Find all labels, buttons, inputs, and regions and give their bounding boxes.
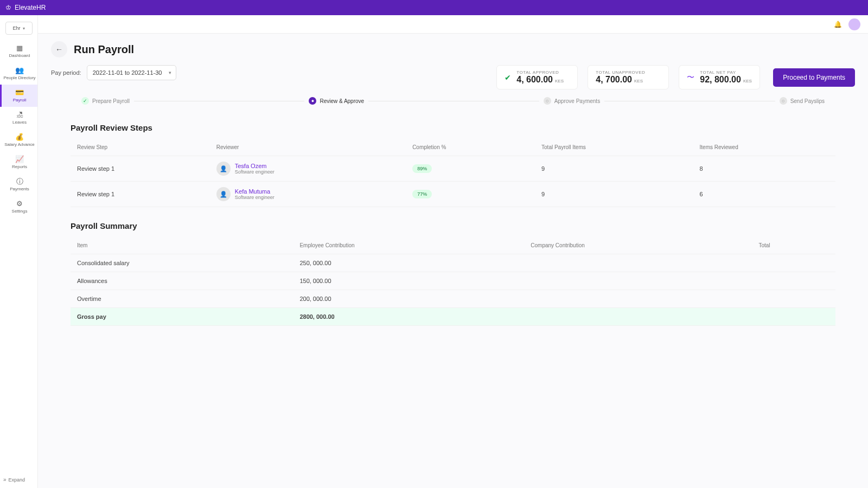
summary-comp-cell xyxy=(524,272,752,290)
summary-item-cell: Overtime xyxy=(71,290,293,308)
org-switcher[interactable]: Ehr ▾ xyxy=(5,22,33,35)
summary-th: Company Contribution xyxy=(524,237,752,254)
titlebar: ♔ ElevateHR xyxy=(0,0,868,15)
sidebar-expand-label: Expand xyxy=(9,477,25,483)
nav-icon: 📈 xyxy=(15,156,24,163)
step-line xyxy=(368,101,539,101)
summary-item-cell: Gross pay xyxy=(71,308,293,326)
table-row: Allowances150, 000.00 xyxy=(71,272,835,290)
summary-total-cell xyxy=(752,272,835,290)
step-bullet-icon: ○ xyxy=(780,97,787,105)
review-th: Total Payroll Items xyxy=(535,139,693,156)
items-reviewed-cell: 6 xyxy=(693,182,835,207)
step-review-approve[interactable]: ●Review & Approve xyxy=(309,97,364,105)
kpi-icon: ✔ xyxy=(505,73,511,82)
chevron-down-icon: ▾ xyxy=(23,26,25,31)
summary-comp-cell xyxy=(524,254,752,272)
nav-label: Payroll xyxy=(13,98,26,102)
sidebar-item-leaves[interactable]: 🏖Leaves xyxy=(0,107,37,129)
review-th: Items Reviewed xyxy=(693,139,835,156)
table-row: Gross pay2800, 000.00 xyxy=(71,308,835,326)
sidebar-item-reports[interactable]: 📈Reports xyxy=(0,151,37,174)
sidebar-item-payments[interactable]: ⓘPayments xyxy=(0,174,37,196)
step-bullet-icon: ✓ xyxy=(81,97,89,105)
table-row[interactable]: Review step 1👤Tesfa OzemSoftware enginee… xyxy=(71,156,835,182)
summary-table: ItemEmployee ContributionCompany Contrib… xyxy=(71,237,835,326)
pay-period-label: Pay period: xyxy=(51,69,81,76)
kpi-label: TOTAL UNAPPROVED xyxy=(596,70,645,75)
kpi-cards: ✔TOTAL APPROVED4, 600.00 KESTOTAL UNAPPR… xyxy=(496,65,760,89)
nav-icon: 👥 xyxy=(15,67,24,74)
reviewer-role: Software engineer xyxy=(235,169,275,175)
step-label: Prepare Payroll xyxy=(92,98,130,104)
step-label: Approve Payments xyxy=(554,98,601,104)
app-name: ElevateHR xyxy=(15,4,46,11)
table-row[interactable]: Review step 1👤Kefa MutumaSoftware engine… xyxy=(71,182,835,207)
summary-emp-cell: 250, 000.00 xyxy=(293,254,524,272)
summary-comp-cell xyxy=(524,290,752,308)
nav: ▦Dashboard👥People Directory💳Payroll🏖Leav… xyxy=(0,40,37,218)
org-badge-label: Ehr xyxy=(12,25,20,31)
step-send-payslips[interactable]: ○Send Payslips xyxy=(780,97,825,105)
sidebar-item-people-directory[interactable]: 👥People Directory xyxy=(0,62,37,85)
step-line xyxy=(134,101,305,101)
table-row: Overtime200, 000.00 xyxy=(71,290,835,308)
sidebar-item-settings[interactable]: ⚙Settings xyxy=(0,196,37,218)
completion-pill: 77% xyxy=(412,190,432,198)
kpi-value: 4, 600.00 KES xyxy=(516,75,564,85)
step-line xyxy=(604,101,775,101)
sidebar-item-dashboard[interactable]: ▦Dashboard xyxy=(0,40,37,62)
summary-emp-cell: 2800, 000.00 xyxy=(293,308,524,326)
completion-pill: 89% xyxy=(412,164,432,173)
summary-total-cell xyxy=(752,254,835,272)
step-bullet-icon: ○ xyxy=(544,97,551,105)
sidebar-item-payroll[interactable]: 💳Payroll xyxy=(0,85,37,107)
kpi-currency: KES xyxy=(743,79,752,84)
kpi-label: TOTAL APPROVED xyxy=(516,70,564,75)
app-logo-icon: ♔ xyxy=(5,4,11,11)
nav-label: Leaves xyxy=(12,120,27,125)
reviewer-cell: 👤Tesfa OzemSoftware engineer xyxy=(210,156,406,182)
step-bullet-icon: ● xyxy=(309,97,316,105)
review-th: Reviewer xyxy=(210,139,406,156)
kpi-card: TOTAL UNAPPROVED4, 700.00 KES xyxy=(588,65,669,89)
sidebar: Ehr ▾ ▦Dashboard👥People Directory💳Payrol… xyxy=(0,15,38,488)
bell-icon[interactable]: 🔔 xyxy=(834,21,842,28)
nav-label: Reports xyxy=(12,164,27,169)
completion-cell: 89% xyxy=(406,156,535,182)
completion-cell: 77% xyxy=(406,182,535,207)
kpi-card: ✔TOTAL APPROVED4, 600.00 KES xyxy=(496,65,578,89)
step-approve-payments[interactable]: ○Approve Payments xyxy=(544,97,601,105)
summary-th: Item xyxy=(71,237,293,254)
user-avatar[interactable] xyxy=(848,18,860,30)
nav-label: Salary Advance xyxy=(4,142,35,147)
kpi-label: TOTAL NET PAY xyxy=(700,70,752,75)
summary-item-cell: Consolidated salary xyxy=(71,254,293,272)
sidebar-item-salary-advance[interactable]: 💰Salary Advance xyxy=(0,129,37,151)
nav-icon: 🏖 xyxy=(16,111,23,118)
proceed-button[interactable]: Proceed to Payments xyxy=(773,68,855,87)
review-step-cell: Review step 1 xyxy=(71,182,210,207)
nav-icon: 💳 xyxy=(15,89,24,96)
summary-total-cell xyxy=(752,290,835,308)
kpi-value: 92, 800.00 KES xyxy=(700,75,752,85)
kpi-currency: KES xyxy=(555,79,564,84)
proceed-button-label: Proceed to Payments xyxy=(783,74,845,81)
pay-period-select[interactable]: 2022-11-01 to 2022-11-30 xyxy=(87,65,177,80)
reviewer-role: Software engineer xyxy=(235,195,275,200)
expand-icon: » xyxy=(3,477,7,483)
reviewer-cell: 👤Kefa MutumaSoftware engineer xyxy=(210,182,406,207)
avatar-icon: 👤 xyxy=(216,187,231,201)
page-header: ← Run Payroll xyxy=(38,34,868,61)
nav-icon: ▦ xyxy=(16,44,23,52)
summary-th: Employee Contribution xyxy=(293,237,524,254)
nav-label: People Directory xyxy=(3,75,35,80)
step-prepare-payroll[interactable]: ✓Prepare Payroll xyxy=(81,97,130,105)
nav-icon: ⚙ xyxy=(16,200,23,207)
sidebar-expand[interactable]: » Expand xyxy=(0,471,37,488)
back-button[interactable]: ← xyxy=(51,41,67,57)
summary-item-cell: Allowances xyxy=(71,272,293,290)
kpi-currency: KES xyxy=(634,79,643,84)
stepper: ✓Prepare Payroll●Review & Approve○Approv… xyxy=(38,92,868,114)
kpi-icon: 〜 xyxy=(687,73,694,82)
